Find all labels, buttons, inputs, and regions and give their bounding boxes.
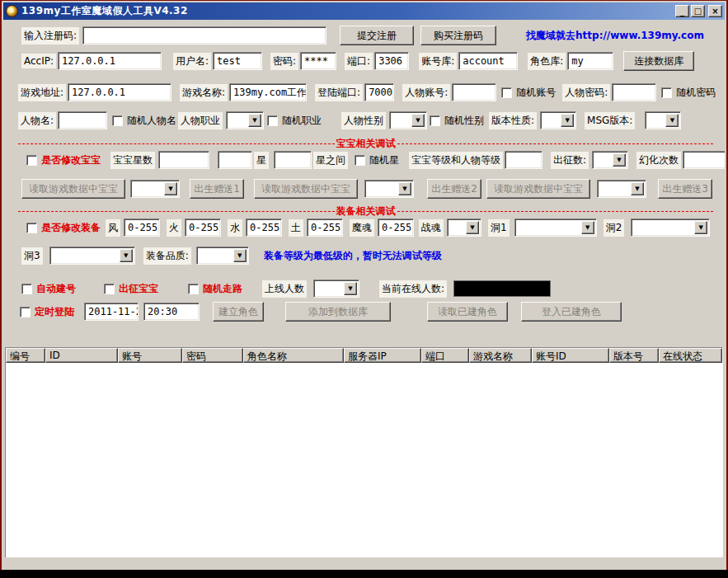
read-pet-data-button-1[interactable]: 读取游戏数据中宝宝 [21,179,125,199]
water-input[interactable]: 0-255 [246,219,282,237]
char-name-input[interactable] [58,111,107,129]
col-header-server-ip[interactable]: 服务器IP [344,348,421,363]
acc-ip-input[interactable]: 127.0.0.1 [58,52,162,70]
buy-code-button[interactable]: 购买注册码 [420,26,496,45]
dropdown-arrow-icon[interactable]: ▼ [398,182,411,195]
db-user-input[interactable]: test [213,52,262,70]
wind-input[interactable]: 0-255 [124,219,160,237]
bottom-edge-bar [0,570,728,578]
dropdown-arrow-icon[interactable]: ▼ [581,221,594,234]
msg-version-select[interactable]: ▼ [645,111,681,129]
db-port-input[interactable]: 3306 [374,52,409,70]
col-header-game-name[interactable]: 游戏名称 [469,348,532,363]
dropdown-arrow-icon[interactable]: ▼ [248,114,261,127]
random-account-checkbox[interactable] [501,87,512,98]
create-role-button[interactable]: 建立角色 [213,302,264,322]
pet-stars-input-1[interactable] [158,151,209,169]
col-header-account-id[interactable]: 账号ID [532,348,609,363]
dropdown-arrow-icon[interactable]: ▼ [164,182,177,195]
battle-soul-select[interactable]: ▼ [447,219,481,237]
read-pet-data-button-2[interactable]: 读取游戏数据中宝宝 [254,179,358,199]
col-header-version[interactable]: 版本号 [609,348,659,363]
login-roles-button[interactable]: 登入已建角色 [521,302,622,322]
online-count-select[interactable]: ▼ [313,280,359,298]
random-walk-checkbox[interactable] [188,284,199,294]
pet-level-input[interactable] [505,151,542,169]
app-icon [6,5,18,17]
dropdown-arrow-icon[interactable]: ▼ [665,114,679,127]
fire-input[interactable]: 0-255 [185,219,221,237]
hole3-select[interactable]: ▼ [49,247,135,265]
random-name-checkbox[interactable] [112,115,123,126]
col-header-account[interactable]: 账号 [118,348,182,363]
add-to-db-button[interactable]: 添加到数据库 [285,302,391,322]
pet-stars-input-2[interactable] [218,151,252,169]
dropdown-arrow-icon[interactable]: ▼ [631,182,644,195]
read-roles-button[interactable]: 读取已建角色 [427,302,508,322]
modify-pet-label: 是否修改宝宝 [41,153,101,167]
account-db-input[interactable]: account [458,52,518,70]
login-date-input[interactable]: 2011-11-26 [84,303,139,321]
hole1-select[interactable]: ▼ [514,219,597,237]
db-password-input[interactable]: **** [300,52,336,70]
pet-select-1[interactable]: ▼ [130,180,180,198]
pet-select-2[interactable]: ▼ [364,180,414,198]
dropdown-arrow-icon[interactable]: ▼ [411,114,425,127]
login-time-input[interactable]: 20:30 [143,303,200,321]
pet-expedition-checkbox[interactable] [104,284,115,294]
connect-db-button[interactable]: 连接数据库 [623,51,694,71]
random-gender-checkbox[interactable] [430,115,440,126]
pet-stars-input-3[interactable] [274,151,312,169]
modify-pet-checkbox[interactable] [26,155,37,166]
birth-gift-1-button[interactable]: 出生赠送1 [190,179,244,199]
dropdown-arrow-icon[interactable]: ▼ [694,221,707,234]
submit-registration-button[interactable]: 提交注册 [340,26,414,45]
role-db-input[interactable]: my [567,52,613,70]
hole1-label: 洞1 [488,219,510,237]
col-header-id[interactable]: ID [45,348,118,363]
earth-input[interactable]: 0-255 [307,219,343,237]
hole2-select[interactable]: ▼ [631,219,710,237]
birth-gift-2-button[interactable]: 出生赠送2 [427,179,481,199]
game-address-input[interactable]: 127.0.0.1 [68,83,171,101]
gender-select[interactable]: ▼ [389,111,427,129]
col-header-port[interactable]: 端口 [421,348,469,363]
magic-soul-input[interactable]: 0-255 [378,219,414,237]
dropdown-arrow-icon[interactable]: ▼ [561,114,574,127]
version-select[interactable]: ▼ [540,111,576,129]
char-account-input[interactable] [452,83,496,101]
close-button[interactable]: × [708,5,722,17]
morph-count-input[interactable] [683,151,725,169]
quality-select[interactable]: ▼ [196,247,249,265]
expedition-count-select[interactable]: ▼ [592,151,628,169]
job-select[interactable]: ▼ [226,111,264,129]
current-online-display [453,280,551,297]
birth-gift-3-button[interactable]: 出生赠送3 [658,179,712,199]
dropdown-arrow-icon[interactable]: ▼ [466,221,479,234]
col-header-number[interactable]: 编号 [6,348,45,363]
col-header-password[interactable]: 密码 [182,348,243,363]
game-name-input[interactable]: 139my.com工作室 [229,83,307,101]
quality-label: 装备品质: [143,247,191,265]
modify-equipment-checkbox[interactable] [26,223,37,233]
dropdown-arrow-icon[interactable]: ▼ [233,249,247,262]
col-header-online-status[interactable]: 在线状态 [659,348,722,363]
dropdown-arrow-icon[interactable]: ▼ [120,249,133,262]
minimize-button[interactable]: _ [675,5,689,17]
random-job-checkbox[interactable] [267,115,278,126]
maximize-button[interactable]: □ [691,5,705,17]
random-password-checkbox[interactable] [661,87,672,98]
char-password-input[interactable] [612,83,656,101]
login-port-input[interactable]: 7000 [364,83,394,101]
col-header-role-name[interactable]: 角色名称 [243,348,344,363]
promo-link[interactable]: 找魔域就去http://www.139my.com [526,29,704,43]
pet-select-3[interactable]: ▼ [597,180,646,198]
dropdown-arrow-icon[interactable]: ▼ [344,282,357,295]
dropdown-arrow-icon[interactable]: ▼ [613,153,626,167]
auto-create-checkbox[interactable] [21,284,32,294]
random-star-checkbox[interactable] [355,155,365,166]
titlebar[interactable]: 139my工作室魔域假人工具V4.32 _ □ × [3,2,725,20]
read-pet-data-button-3[interactable]: 读取游戏数据中宝宝 [486,179,590,199]
reg-code-input[interactable] [82,26,326,45]
scheduled-login-checkbox[interactable] [20,307,31,317]
